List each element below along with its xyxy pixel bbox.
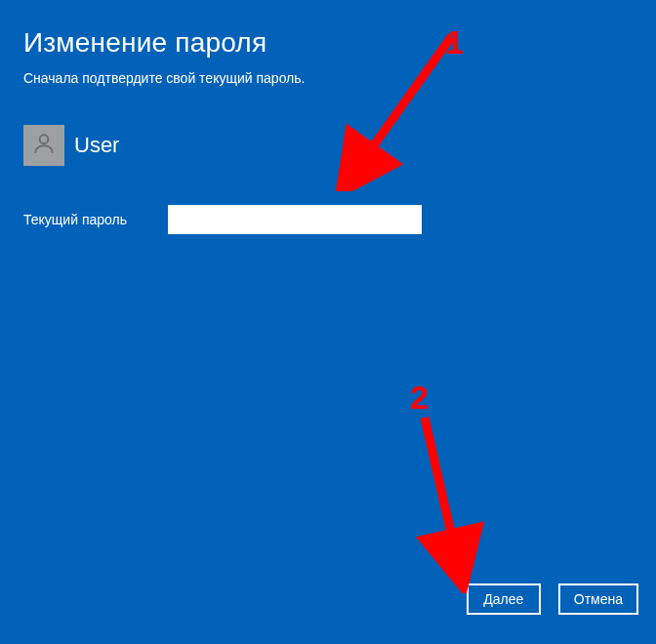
svg-point-0 [40, 135, 49, 143]
cancel-button[interactable]: Отмена [558, 584, 638, 615]
user-row: User [23, 125, 633, 166]
username: User [74, 133, 119, 158]
svg-line-4 [425, 418, 460, 572]
user-icon [31, 131, 57, 160]
button-row: Далее Отмена [467, 584, 638, 615]
page-subtitle: Сначала подтвердите свой текущий пароль. [23, 70, 633, 86]
annotation-label-1: 1 [445, 23, 464, 61]
annotation-label-2: 2 [410, 379, 429, 417]
next-button[interactable]: Далее [467, 584, 541, 615]
password-field-row: Текущий пароль [23, 205, 633, 234]
current-password-input[interactable] [168, 205, 422, 234]
avatar [23, 125, 64, 166]
page-title: Изменение пароля [23, 27, 633, 59]
password-label: Текущий пароль [23, 212, 133, 227]
